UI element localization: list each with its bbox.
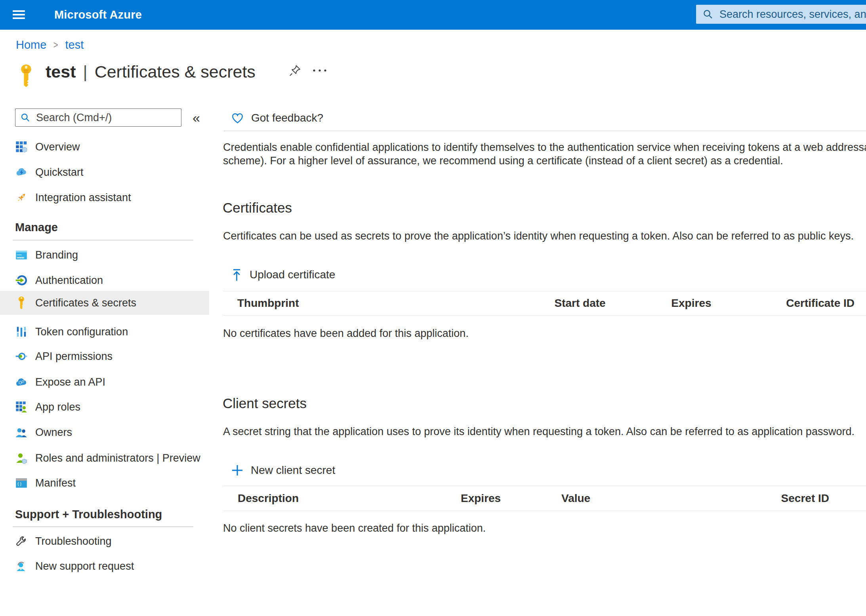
integration-assistant-icon [15, 192, 27, 204]
key-icon [19, 64, 34, 88]
sidebar-item-label: Roles and administrators | Preview [35, 452, 200, 464]
search-icon [20, 112, 31, 123]
column-thumbprint: Thumbprint [223, 297, 555, 310]
sidebar-item-branding[interactable]: www Branding [0, 242, 209, 268]
intro-line-2: scheme). For a higher level of assurance… [223, 154, 866, 167]
breadcrumb-current-link[interactable]: test [65, 38, 84, 51]
sidebar-item-integration-assistant[interactable]: Integration assistant [0, 185, 209, 210]
svg-text:{ }: { } [17, 481, 21, 486]
upload-icon [231, 268, 242, 281]
plus-icon [231, 464, 243, 476]
intro-line-1: Credentials enable confidential applicat… [223, 141, 866, 154]
sidebar-item-label: Branding [35, 249, 78, 261]
column-secret-id: Secret ID [680, 492, 866, 505]
sidebar-item-roles-and-administrators[interactable]: Roles and administrators | Preview [0, 445, 209, 471]
upload-certificate-label: Upload certificate [250, 268, 335, 281]
sidebar-item-label: Troubleshooting [35, 535, 112, 548]
roles-administrators-icon [15, 452, 27, 464]
column-start-date: Start date [555, 297, 671, 310]
azure-top-bar: Microsoft Azure [0, 0, 866, 30]
sidebar-item-expose-an-api[interactable]: Expose an API [0, 369, 209, 395]
sidebar-item-label: Authentication [35, 274, 103, 287]
sidebar-item-quickstart[interactable]: Quickstart [0, 160, 209, 185]
sidebar-section-manage: Manage [15, 221, 58, 234]
search-icon [702, 9, 713, 20]
column-expires: Expires [461, 492, 561, 505]
certificates-table-header: Thumbprint Start date Expires Certificat… [223, 291, 866, 316]
sidebar-search-box[interactable] [15, 108, 181, 127]
global-search-box[interactable] [696, 5, 866, 24]
column-expires: Expires [671, 297, 786, 310]
got-feedback-label: Got feedback? [251, 112, 323, 124]
sidebar-section-support: Support + Troubleshooting [15, 508, 162, 521]
sidebar-item-label: Manifest [35, 477, 76, 489]
sidebar-item-label: App roles [35, 401, 80, 413]
hamburger-menu-icon[interactable] [13, 10, 25, 19]
brand-title: Microsoft Azure [54, 0, 142, 30]
page-title: test | Certificates & secrets [46, 59, 256, 84]
overview-icon [15, 141, 27, 153]
expose-api-icon [15, 376, 27, 388]
sidebar-item-label: Overview [35, 141, 80, 153]
global-search-input[interactable] [719, 8, 866, 21]
sidebar-divider [13, 527, 193, 527]
sidebar-item-label: Owners [35, 426, 72, 439]
certificates-empty-message: No certificates have been added for this… [223, 327, 469, 340]
certificates-heading: Certificates [223, 200, 292, 216]
troubleshooting-icon [15, 535, 27, 548]
quickstart-icon [15, 166, 27, 179]
credentials-intro-text: Credentials enable confidential applicat… [223, 141, 866, 167]
sidebar-item-label: Certificates & secrets [35, 297, 136, 309]
column-description: Description [223, 492, 461, 505]
content-divider [224, 131, 866, 131]
svg-text:www: www [16, 256, 25, 259]
column-certificate-id: Certificate ID [786, 297, 866, 310]
pin-icon[interactable] [289, 64, 301, 77]
sidebar-item-label: Expose an API [35, 376, 105, 388]
ellipsis-icon[interactable] [312, 68, 328, 73]
sidebar-item-label: Token configuration [35, 326, 128, 338]
new-client-secret-button[interactable]: New client secret [231, 463, 335, 477]
sidebar-item-label: Quickstart [35, 166, 84, 179]
sidebar-search-input[interactable] [35, 111, 181, 124]
got-feedback-button[interactable]: Got feedback? [231, 111, 323, 125]
api-permissions-icon [15, 350, 27, 363]
sidebar-item-certificates-secrets[interactable]: Certificates & secrets [0, 291, 209, 315]
page-title-section: Certificates & secrets [95, 62, 256, 82]
manifest-icon: { } [15, 477, 27, 489]
sidebar-item-api-permissions[interactable]: API permissions [0, 344, 209, 369]
sidebar-item-owners[interactable]: Owners [0, 420, 209, 445]
authentication-icon [15, 274, 27, 287]
certificates-description: Certificates can be used as secrets to p… [223, 230, 854, 242]
heart-icon [231, 112, 244, 124]
sidebar-divider [13, 240, 193, 240]
sidebar-item-label: New support request [35, 560, 134, 572]
breadcrumb-home-link[interactable]: Home [16, 38, 46, 51]
owners-icon [15, 426, 27, 439]
client-secrets-description: A secret string that the application use… [223, 426, 855, 438]
new-support-request-icon [15, 560, 27, 572]
sidebar-item-overview[interactable]: Overview [0, 134, 209, 160]
certificates-table: Thumbprint Start date Expires Certificat… [223, 291, 866, 316]
sidebar-item-token-configuration[interactable]: Token configuration [0, 319, 209, 344]
page-title-app-name: test [46, 62, 76, 82]
branding-icon: www [15, 249, 27, 261]
app-roles-icon [15, 401, 27, 413]
client-secrets-table: Description Expires Value Secret ID [223, 486, 866, 511]
sidebar-item-app-roles[interactable]: App roles [0, 394, 209, 420]
client-secrets-table-header: Description Expires Value Secret ID [223, 486, 866, 511]
sidebar-item-label: API permissions [35, 350, 113, 363]
sidebar-item-new-support-request[interactable]: New support request [0, 553, 209, 579]
upload-certificate-button[interactable]: Upload certificate [231, 268, 335, 282]
breadcrumb: Home > test [16, 38, 84, 51]
client-secrets-heading: Client secrets [223, 395, 307, 411]
collapse-sidebar-icon[interactable]: « [193, 110, 200, 125]
client-secrets-empty-message: No client secrets have been created for … [223, 522, 486, 534]
key-icon [15, 297, 27, 309]
sidebar-item-authentication[interactable]: Authentication [0, 268, 209, 293]
sidebar-item-troubleshooting[interactable]: Troubleshooting [0, 529, 209, 554]
sidebar-item-manifest[interactable]: { } Manifest [0, 470, 209, 496]
sidebar-item-label: Integration assistant [35, 192, 131, 204]
column-value: Value [561, 492, 680, 505]
breadcrumb-separator: > [53, 39, 58, 51]
